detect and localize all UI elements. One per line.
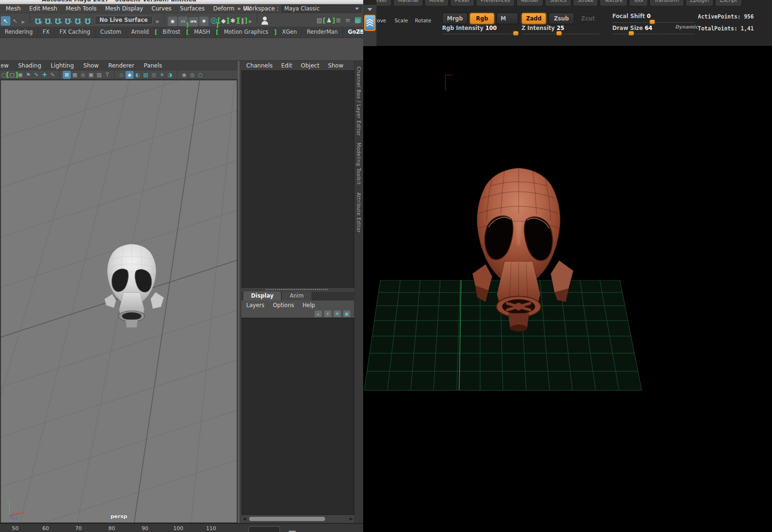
- focal-shift-slider[interactable]: [612, 21, 695, 23]
- menu-mesh-display[interactable]: Mesh Display: [105, 5, 143, 12]
- shaded-mode-icon[interactable]: ◆: [125, 71, 134, 79]
- slider-thumb[interactable]: [628, 31, 634, 36]
- lock-camera-bracket-icon[interactable]: ▢: [8, 71, 16, 79]
- time-slider[interactable]: 50 60 70 80 90 100 110 12: [0, 523, 238, 532]
- menu-surfaces[interactable]: Surfaces: [180, 5, 205, 12]
- render-settings-icon[interactable]: ✱: [199, 17, 209, 26]
- cb-menu-channels[interactable]: Channels: [246, 62, 273, 69]
- snap-to-projected-center-icon[interactable]: Ω°: [63, 16, 73, 26]
- cb-menu-show[interactable]: Show: [328, 62, 343, 69]
- shaded-wire-mode-icon[interactable]: ◐: [134, 71, 142, 79]
- zmenu-zscript[interactable]: Zscript: [715, 0, 742, 6]
- scroll-left-icon[interactable]: ◀: [241, 516, 247, 521]
- two-d-pan-zoom-icon[interactable]: ✚: [40, 71, 48, 79]
- zmenu-marker[interactable]: Marker: [376, 0, 392, 6]
- textured-mode-icon[interactable]: ▧: [142, 71, 150, 79]
- layers-menu[interactable]: Layers: [246, 302, 264, 309]
- grid-toggle-icon[interactable]: ⊞: [63, 71, 71, 79]
- create-empty-layer-icon[interactable]: ✚: [334, 310, 341, 317]
- shelf-menu-icon[interactable]: ▤: [355, 15, 362, 24]
- current-brush-button[interactable]: [364, 15, 376, 31]
- zadd-button[interactable]: Zadd: [521, 13, 546, 24]
- maya-titlebar[interactable]: Autodesk Maya 2017 Student Version: unti…: [0, 0, 363, 4]
- ambient-occlusion-icon[interactable]: ◉: [180, 71, 188, 79]
- dynamic-mode-label[interactable]: Dynamic: [675, 24, 698, 29]
- menu-curves[interactable]: Curves: [152, 5, 172, 12]
- panel-menu-panels[interactable]: Panels: [144, 62, 162, 69]
- z-intensity-slider[interactable]: [521, 33, 599, 34]
- tab-display[interactable]: Display: [243, 291, 281, 300]
- draw-size-slider[interactable]: [612, 33, 695, 34]
- film-gate-icon[interactable]: ▦: [71, 71, 79, 79]
- vtab-attribute-editor[interactable]: Attribute Editor: [356, 193, 361, 233]
- zmenu-stroke[interactable]: Stroke: [573, 0, 598, 6]
- zmenu-material[interactable]: Material: [393, 0, 423, 6]
- slider-thumb[interactable]: [556, 31, 562, 36]
- shelf-tab-arnold[interactable]: Arnold: [126, 27, 154, 38]
- bookmark-icon[interactable]: ⚑: [24, 71, 32, 79]
- zmenu-picker[interactable]: Picker: [450, 0, 474, 6]
- cb-menu-object[interactable]: Object: [301, 62, 319, 69]
- channel-box-empty-list[interactable]: [241, 70, 354, 288]
- cb-menu-edit[interactable]: Edit: [281, 62, 292, 69]
- select-tool-icon[interactable]: ↖: [1, 16, 10, 26]
- pane-splitter-dots[interactable]: [266, 289, 328, 290]
- shelf-tab-fx[interactable]: FX: [38, 27, 55, 38]
- render-view-icon[interactable]: ◉: [168, 17, 177, 26]
- panel-menu-renderer[interactable]: Renderer: [108, 62, 135, 69]
- shelf-tab-bifrost[interactable]: Bifrost: [158, 27, 185, 38]
- help-menu[interactable]: Help: [302, 302, 315, 309]
- pause-viewport-bracket-icon[interactable]: ∥: [238, 16, 247, 25]
- tab-anim[interactable]: Anim: [282, 291, 311, 300]
- anti-alias-icon[interactable]: ○: [196, 71, 204, 79]
- menu-mesh-tools[interactable]: Mesh Tools: [66, 5, 96, 12]
- select-component-tool-icon[interactable]: ↖: [10, 16, 20, 26]
- zbrush-mask-model[interactable]: [462, 163, 575, 335]
- attribute-editor-toggle-icon[interactable]: ≡: [343, 16, 353, 25]
- shadows-icon[interactable]: ◑: [166, 71, 174, 79]
- scrollbar-thumb[interactable]: [249, 517, 325, 521]
- ipr-render-icon[interactable]: IPR: [189, 17, 198, 27]
- create-layer-from-selected-icon[interactable]: ●: [343, 310, 350, 317]
- shelf-tab-renderman[interactable]: RenderMan: [302, 27, 343, 38]
- checker-icon[interactable]: ▦: [150, 71, 158, 79]
- image-plane-icon[interactable]: ✎: [32, 71, 40, 79]
- snap-to-point-icon[interactable]: Ω•: [53, 16, 63, 26]
- panel-menu-shading[interactable]: Shading: [18, 62, 41, 69]
- layer-list-empty[interactable]: [241, 318, 354, 515]
- panel-menu-lighting[interactable]: Lighting: [51, 62, 74, 69]
- shelf-scroll-right-icon[interactable]: ▶: [358, 29, 362, 35]
- snap-to-curve-icon[interactable]: Ω⌢: [43, 16, 53, 26]
- tray-dropdown-icon[interactable]: [367, 8, 372, 11]
- zcut-button[interactable]: Zcut: [577, 13, 599, 24]
- character-bracket-toggle-icon[interactable]: ♟: [324, 16, 334, 25]
- zmenu-tool[interactable]: Tool: [629, 0, 648, 6]
- menu-mesh[interactable]: Mesh: [6, 5, 21, 12]
- zmenu-render[interactable]: Render: [516, 0, 543, 6]
- zmenu-stencil[interactable]: Stencil: [545, 0, 571, 6]
- scroll-right-icon[interactable]: ▶: [348, 516, 354, 521]
- live-surface-field[interactable]: No Live Surface: [95, 16, 153, 25]
- shelf-tab-motion-graphics[interactable]: Motion Graphics: [219, 27, 273, 38]
- vtab-channel-box[interactable]: Channel Box / Layer Editor: [356, 67, 361, 136]
- options-menu[interactable]: Options: [273, 302, 294, 309]
- mrgb-button[interactable]: Mrgb: [442, 13, 468, 24]
- zmenu-zplugin[interactable]: Zplugin: [685, 0, 714, 6]
- gate-mask-icon[interactable]: ▣: [87, 71, 95, 79]
- go-to-end-icon[interactable]: ▶▮: [289, 530, 295, 532]
- slider-thumb[interactable]: [649, 19, 655, 24]
- shelf-tab-xgen[interactable]: XGen: [277, 27, 302, 38]
- horizontal-scrollbar[interactable]: ◀ ▶: [241, 515, 354, 522]
- rgb-button[interactable]: Rgb: [470, 13, 494, 24]
- shelf-tab-mash[interactable]: MASH: [189, 27, 215, 38]
- workspace-dropdown[interactable]: Maya Classic: [281, 5, 361, 12]
- zmenu-preferences[interactable]: Preferences: [476, 0, 515, 6]
- safe-title-icon[interactable]: T: [103, 71, 111, 79]
- shelf-scroll-left-icon[interactable]: ◀: [351, 29, 355, 35]
- motion-blur-icon[interactable]: ◎: [188, 71, 196, 79]
- move-layer-up-icon[interactable]: ▴: [315, 310, 322, 317]
- zsub-button[interactable]: Zsub: [549, 13, 574, 24]
- shelf-tab-custom[interactable]: Custom: [96, 27, 126, 38]
- rotate-tool[interactable]: R Rotate: [413, 17, 434, 23]
- scale-tool[interactable]: S Scale: [391, 17, 412, 23]
